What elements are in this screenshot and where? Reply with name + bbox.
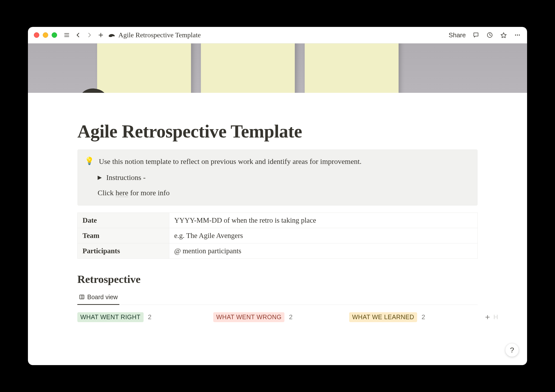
view-tabs: Board view	[77, 291, 478, 305]
tab-board-view[interactable]: Board view	[77, 291, 119, 305]
hidden-group-hint: H	[493, 313, 498, 321]
svg-point-8	[517, 35, 518, 36]
table-row: Team e.g. The Agile Avengers	[78, 228, 478, 243]
toggle-label: Instructions -	[106, 172, 146, 183]
table-row: Date YYYY-MM-DD of when the retro is tak…	[78, 213, 478, 228]
app-window: Agile Retrospective Template Share	[28, 27, 527, 365]
sidebar-toggle-icon[interactable]	[63, 31, 71, 39]
page-title[interactable]: Agile Retrospective Template	[77, 121, 478, 142]
column-count: 2	[289, 313, 292, 321]
page-content: Agile Retrospective Template 💡 Use this …	[28, 93, 527, 322]
window-controls	[34, 32, 57, 38]
topbar: Agile Retrospective Template Share	[28, 27, 527, 43]
callout-block[interactable]: 💡 Use this notion template to reflect on…	[77, 149, 478, 206]
updates-icon[interactable]	[486, 31, 493, 39]
help-button[interactable]: ?	[505, 343, 519, 357]
cover-image[interactable]	[28, 43, 527, 93]
column-count: 2	[148, 313, 151, 321]
column-label: WHAT WE LEARNED	[349, 312, 417, 322]
comments-icon[interactable]	[472, 31, 480, 39]
more-info-line: Click here for more info	[98, 187, 470, 199]
nav-back-button[interactable]	[74, 31, 82, 39]
instructions-toggle[interactable]: ▶ Instructions -	[98, 172, 470, 183]
more-info-link[interactable]: here	[116, 189, 128, 197]
topbar-right: Share	[449, 31, 521, 39]
svg-point-9	[519, 35, 520, 36]
column-label: WHAT WENT WRONG	[213, 312, 284, 322]
maximize-window-button[interactable]	[52, 32, 57, 38]
meta-value-date[interactable]: YYYY-MM-DD of when the retro is taking p…	[169, 213, 478, 228]
close-window-button[interactable]	[34, 32, 39, 38]
meta-label-date: Date	[78, 213, 169, 228]
favorite-icon[interactable]	[500, 31, 507, 39]
more-icon[interactable]	[514, 31, 521, 39]
help-label: ?	[510, 346, 514, 354]
meta-value-participants[interactable]: @ mention participants	[169, 243, 478, 258]
page-icon[interactable]	[77, 82, 109, 93]
column-count: 2	[422, 313, 425, 321]
table-row: Participants @ mention participants	[78, 243, 478, 258]
svg-point-7	[515, 35, 516, 36]
tab-board-label: Board view	[87, 294, 118, 301]
toggle-triangle-icon: ▶	[98, 173, 102, 182]
breadcrumb-icon	[108, 32, 115, 38]
share-button[interactable]: Share	[449, 31, 466, 39]
nav-forward-button[interactable]	[85, 31, 94, 39]
meta-label-team: Team	[78, 228, 169, 243]
add-column-button[interactable]: + H	[485, 312, 498, 322]
new-page-button[interactable]	[97, 31, 105, 39]
breadcrumb-title[interactable]: Agile Retrospective Template	[118, 31, 201, 39]
meta-label-participants: Participants	[78, 243, 169, 258]
more-info-prefix: Click	[98, 189, 116, 197]
svg-marker-6	[501, 33, 506, 38]
more-info-suffix: for more info	[128, 189, 170, 197]
board-column-wrong[interactable]: WHAT WENT WRONG 2	[213, 312, 339, 322]
meta-value-team[interactable]: e.g. The Agile Avengers	[169, 228, 478, 243]
minimize-window-button[interactable]	[43, 32, 48, 38]
column-label: WHAT WENT RIGHT	[77, 312, 144, 322]
section-heading[interactable]: Retrospective	[77, 273, 478, 286]
svg-rect-10	[80, 295, 84, 299]
cover-sticky-notes	[97, 43, 399, 93]
board: WHAT WENT RIGHT 2 WHAT WENT WRONG 2 WHAT…	[77, 312, 478, 322]
board-column-learned[interactable]: WHAT WE LEARNED 2	[349, 312, 475, 322]
callout-text: Use this notion template to reflect on p…	[99, 156, 362, 167]
plus-icon: +	[485, 312, 490, 322]
lightbulb-icon: 💡	[85, 156, 94, 166]
meta-table[interactable]: Date YYYY-MM-DD of when the retro is tak…	[77, 213, 478, 259]
board-column-right[interactable]: WHAT WENT RIGHT 2	[77, 312, 203, 322]
